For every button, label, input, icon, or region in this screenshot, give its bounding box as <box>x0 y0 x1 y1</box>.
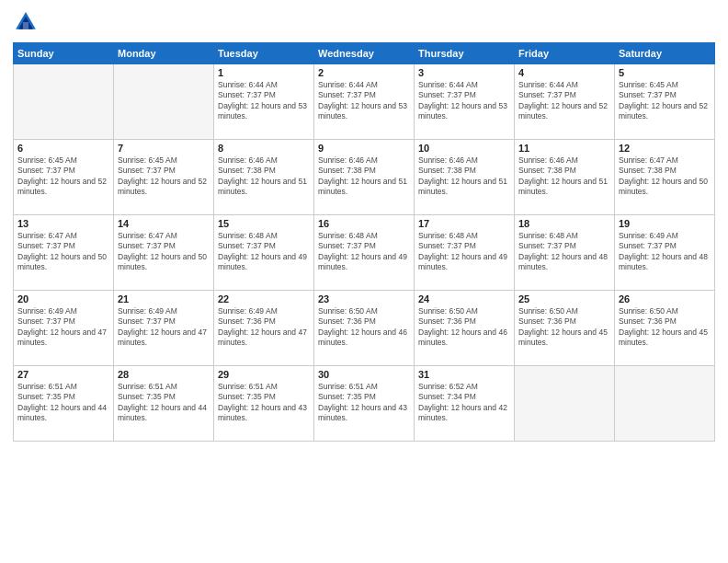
calendar-cell: 27Sunrise: 6:51 AM Sunset: 7:35 PM Dayli… <box>14 366 114 442</box>
calendar-cell: 16Sunrise: 6:48 AM Sunset: 7:37 PM Dayli… <box>314 215 415 291</box>
weekday-header-sunday: Sunday <box>14 43 114 64</box>
calendar-cell: 15Sunrise: 6:48 AM Sunset: 7:37 PM Dayli… <box>214 215 314 291</box>
day-info: Sunrise: 6:51 AM Sunset: 7:35 PM Dayligh… <box>218 382 310 424</box>
day-info: Sunrise: 6:45 AM Sunset: 7:37 PM Dayligh… <box>118 155 210 198</box>
calendar-cell <box>14 64 114 140</box>
day-info: Sunrise: 6:49 AM Sunset: 7:36 PM Dayligh… <box>218 306 310 349</box>
day-info: Sunrise: 6:52 AM Sunset: 7:34 PM Dayligh… <box>418 382 510 424</box>
day-number: 30 <box>318 369 410 380</box>
day-info: Sunrise: 6:49 AM Sunset: 7:37 PM Dayligh… <box>118 306 210 349</box>
calendar-cell: 2Sunrise: 6:44 AM Sunset: 7:37 PM Daylig… <box>314 64 415 140</box>
day-number: 2 <box>318 67 410 78</box>
day-number: 17 <box>418 218 510 229</box>
calendar-cell <box>515 366 615 442</box>
calendar-cell: 9Sunrise: 6:46 AM Sunset: 7:38 PM Daylig… <box>314 140 415 215</box>
day-info: Sunrise: 6:47 AM Sunset: 7:37 PM Dayligh… <box>118 231 210 273</box>
week-row-5: 27Sunrise: 6:51 AM Sunset: 7:35 PM Dayli… <box>14 366 715 442</box>
weekday-header-saturday: Saturday <box>615 43 715 64</box>
weekday-header-thursday: Thursday <box>415 43 515 64</box>
day-info: Sunrise: 6:46 AM Sunset: 7:38 PM Dayligh… <box>418 155 510 198</box>
calendar-cell <box>615 366 715 442</box>
calendar-cell: 3Sunrise: 6:44 AM Sunset: 7:37 PM Daylig… <box>415 64 515 140</box>
day-info: Sunrise: 6:48 AM Sunset: 7:37 PM Dayligh… <box>418 231 510 273</box>
day-number: 15 <box>218 218 310 229</box>
day-number: 31 <box>418 369 510 380</box>
calendar-cell: 13Sunrise: 6:47 AM Sunset: 7:37 PM Dayli… <box>14 215 114 291</box>
day-number: 25 <box>518 293 610 304</box>
day-info: Sunrise: 6:46 AM Sunset: 7:38 PM Dayligh… <box>218 155 310 198</box>
week-row-3: 13Sunrise: 6:47 AM Sunset: 7:37 PM Dayli… <box>14 215 715 291</box>
day-info: Sunrise: 6:48 AM Sunset: 7:37 PM Dayligh… <box>318 231 410 273</box>
day-info: Sunrise: 6:44 AM Sunset: 7:37 PM Dayligh… <box>418 80 510 122</box>
week-row-1: 1Sunrise: 6:44 AM Sunset: 7:37 PM Daylig… <box>14 64 715 140</box>
day-info: Sunrise: 6:50 AM Sunset: 7:36 PM Dayligh… <box>418 306 510 349</box>
day-info: Sunrise: 6:49 AM Sunset: 7:37 PM Dayligh… <box>17 306 109 349</box>
day-info: Sunrise: 6:51 AM Sunset: 7:35 PM Dayligh… <box>318 382 410 424</box>
calendar-cell: 6Sunrise: 6:45 AM Sunset: 7:37 PM Daylig… <box>14 140 114 215</box>
calendar-cell: 12Sunrise: 6:47 AM Sunset: 7:38 PM Dayli… <box>615 140 715 215</box>
day-info: Sunrise: 6:49 AM Sunset: 7:37 PM Dayligh… <box>619 231 711 273</box>
calendar-cell: 26Sunrise: 6:50 AM Sunset: 7:36 PM Dayli… <box>615 291 715 366</box>
calendar-cell: 17Sunrise: 6:48 AM Sunset: 7:37 PM Dayli… <box>415 215 515 291</box>
calendar-cell <box>114 64 214 140</box>
day-info: Sunrise: 6:46 AM Sunset: 7:38 PM Dayligh… <box>518 155 610 198</box>
day-number: 20 <box>17 293 109 304</box>
day-info: Sunrise: 6:51 AM Sunset: 7:35 PM Dayligh… <box>118 382 210 424</box>
calendar-cell: 29Sunrise: 6:51 AM Sunset: 7:35 PM Dayli… <box>214 366 314 442</box>
weekday-header-row: SundayMondayTuesdayWednesdayThursdayFrid… <box>14 43 715 64</box>
day-number: 7 <box>118 143 210 154</box>
weekday-header-wednesday: Wednesday <box>314 43 415 64</box>
day-number: 12 <box>619 143 711 154</box>
day-number: 5 <box>619 67 711 78</box>
calendar: SundayMondayTuesdayWednesdayThursdayFrid… <box>13 42 715 442</box>
page: SundayMondayTuesdayWednesdayThursdayFrid… <box>0 0 728 563</box>
calendar-cell: 1Sunrise: 6:44 AM Sunset: 7:37 PM Daylig… <box>214 64 314 140</box>
day-number: 24 <box>418 293 510 304</box>
svg-rect-2 <box>23 22 28 29</box>
calendar-cell: 11Sunrise: 6:46 AM Sunset: 7:38 PM Dayli… <box>515 140 615 215</box>
day-number: 3 <box>418 67 510 78</box>
calendar-cell: 24Sunrise: 6:50 AM Sunset: 7:36 PM Dayli… <box>415 291 515 366</box>
day-info: Sunrise: 6:48 AM Sunset: 7:37 PM Dayligh… <box>518 231 610 273</box>
calendar-cell: 4Sunrise: 6:44 AM Sunset: 7:37 PM Daylig… <box>515 64 615 140</box>
day-number: 27 <box>17 369 109 380</box>
day-info: Sunrise: 6:44 AM Sunset: 7:37 PM Dayligh… <box>218 80 310 122</box>
calendar-cell: 14Sunrise: 6:47 AM Sunset: 7:37 PM Dayli… <box>114 215 214 291</box>
day-number: 22 <box>218 293 310 304</box>
header <box>13 9 715 35</box>
logo-icon <box>13 9 39 35</box>
calendar-cell: 10Sunrise: 6:46 AM Sunset: 7:38 PM Dayli… <box>415 140 515 215</box>
day-number: 13 <box>17 218 109 229</box>
day-info: Sunrise: 6:51 AM Sunset: 7:35 PM Dayligh… <box>17 382 109 424</box>
day-number: 11 <box>518 143 610 154</box>
calendar-cell: 21Sunrise: 6:49 AM Sunset: 7:37 PM Dayli… <box>114 291 214 366</box>
weekday-header-tuesday: Tuesday <box>214 43 314 64</box>
day-number: 1 <box>218 67 310 78</box>
day-number: 21 <box>118 293 210 304</box>
day-number: 16 <box>318 218 410 229</box>
day-number: 9 <box>318 143 410 154</box>
day-number: 26 <box>619 293 711 304</box>
day-number: 23 <box>318 293 410 304</box>
day-number: 29 <box>218 369 310 380</box>
day-number: 19 <box>619 218 711 229</box>
day-number: 8 <box>218 143 310 154</box>
calendar-cell: 8Sunrise: 6:46 AM Sunset: 7:38 PM Daylig… <box>214 140 314 215</box>
calendar-cell: 20Sunrise: 6:49 AM Sunset: 7:37 PM Dayli… <box>14 291 114 366</box>
day-number: 14 <box>118 218 210 229</box>
calendar-cell: 18Sunrise: 6:48 AM Sunset: 7:37 PM Dayli… <box>515 215 615 291</box>
day-info: Sunrise: 6:44 AM Sunset: 7:37 PM Dayligh… <box>518 80 610 122</box>
calendar-cell: 22Sunrise: 6:49 AM Sunset: 7:36 PM Dayli… <box>214 291 314 366</box>
day-info: Sunrise: 6:47 AM Sunset: 7:37 PM Dayligh… <box>17 231 109 273</box>
day-info: Sunrise: 6:47 AM Sunset: 7:38 PM Dayligh… <box>619 155 711 198</box>
day-info: Sunrise: 6:45 AM Sunset: 7:37 PM Dayligh… <box>17 155 109 198</box>
calendar-cell: 19Sunrise: 6:49 AM Sunset: 7:37 PM Dayli… <box>615 215 715 291</box>
weekday-header-monday: Monday <box>114 43 214 64</box>
day-info: Sunrise: 6:50 AM Sunset: 7:36 PM Dayligh… <box>619 306 711 349</box>
calendar-cell: 25Sunrise: 6:50 AM Sunset: 7:36 PM Dayli… <box>515 291 615 366</box>
day-number: 6 <box>17 143 109 154</box>
calendar-cell: 30Sunrise: 6:51 AM Sunset: 7:35 PM Dayli… <box>314 366 415 442</box>
calendar-cell: 23Sunrise: 6:50 AM Sunset: 7:36 PM Dayli… <box>314 291 415 366</box>
week-row-4: 20Sunrise: 6:49 AM Sunset: 7:37 PM Dayli… <box>14 291 715 366</box>
day-info: Sunrise: 6:44 AM Sunset: 7:37 PM Dayligh… <box>318 80 410 122</box>
